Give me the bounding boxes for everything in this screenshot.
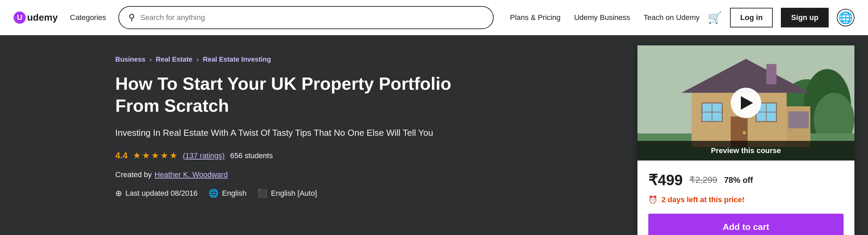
login-button[interactable]: Log in — [730, 8, 773, 27]
nav-links: Plans & Pricing Udemy Business Teach on … — [510, 13, 699, 22]
urgency-text: 2 days left at this price! — [662, 195, 745, 204]
logo-u-icon: U — [14, 12, 26, 24]
logo-text: udemy — [27, 12, 58, 23]
last-updated: ⊕ Last updated 08/2016 — [115, 189, 198, 198]
course-preview: Preview this course — [637, 45, 854, 161]
rating-row: 4.4 ★ ★ ★ ★ ★ (137 ratings) 656 students — [115, 150, 610, 161]
language-text: English — [222, 189, 246, 198]
last-updated-text: Last updated 08/2016 — [125, 189, 198, 198]
meta-row: ⊕ Last updated 08/2016 🌐 English ⬛ Engli… — [115, 189, 610, 198]
search-input[interactable] — [140, 13, 484, 22]
creator-link[interactable]: Heather K. Woodward — [155, 170, 228, 179]
course-title: How To Start Your UK Property Portfolio … — [115, 73, 488, 117]
star-1: ★ — [133, 150, 141, 161]
creator-row: Created by Heather K. Woodward — [115, 170, 610, 179]
globe-meta-icon: ⊕ — [115, 189, 122, 198]
stars: ★ ★ ★ ★ ★ — [133, 150, 177, 161]
add-to-cart-button[interactable]: Add to cart — [648, 214, 844, 235]
breadcrumb-real-estate-investing[interactable]: Real Estate Investing — [203, 56, 271, 63]
course-card: Preview this course ₹499 ₹2,299 78% off … — [637, 45, 854, 235]
svg-point-15 — [743, 131, 746, 134]
logo[interactable]: U udemy — [14, 12, 58, 24]
breadcrumb-business[interactable]: Business — [115, 56, 145, 63]
price-row: ₹499 ₹2,299 78% off — [648, 171, 844, 189]
discount-badge: 78% off — [724, 175, 753, 185]
urgency-row: ⏰ 2 days left at this price! — [648, 195, 844, 204]
breadcrumb: Business › Real Estate › Real Estate Inv… — [115, 56, 610, 63]
cart-icon[interactable]: 🛒 — [708, 11, 722, 24]
plans-pricing-link[interactable]: Plans & Pricing — [510, 13, 560, 22]
price-current: ₹499 — [648, 171, 683, 189]
card-body: ₹499 ₹2,299 78% off ⏰ 2 days left at thi… — [637, 161, 854, 235]
header: U udemy Categories ⚲ Plans & Pricing Ude… — [0, 0, 868, 35]
categories-button[interactable]: Categories — [66, 13, 110, 22]
udemy-business-link[interactable]: Udemy Business — [574, 13, 630, 22]
search-bar: ⚲ — [118, 6, 494, 29]
rating-count[interactable]: (137 ratings) — [183, 151, 225, 160]
creator-label: Created by — [115, 170, 152, 179]
teach-on-udemy-link[interactable]: Teach on Udemy — [644, 13, 699, 22]
breadcrumb-sep-2: › — [196, 56, 199, 63]
breadcrumb-sep-1: › — [150, 56, 152, 63]
rating-score: 4.4 — [115, 150, 127, 161]
star-3: ★ — [151, 150, 159, 161]
captions-icon: ⬛ — [257, 189, 268, 198]
star-half: ★ — [170, 150, 177, 161]
star-4: ★ — [160, 150, 168, 161]
course-subtitle: Investing In Real Estate With A Twist Of… — [115, 128, 488, 138]
search-icon: ⚲ — [129, 12, 135, 23]
alarm-icon: ⏰ — [648, 195, 657, 204]
students-count: 656 students — [230, 151, 273, 160]
price-original: ₹2,299 — [689, 175, 717, 185]
signup-button[interactable]: Sign up — [781, 8, 829, 27]
preview-label: Preview this course — [637, 141, 854, 161]
main-content: Business › Real Estate › Real Estate Inv… — [0, 35, 868, 235]
play-button[interactable] — [731, 88, 761, 118]
star-2: ★ — [142, 150, 150, 161]
course-info: Business › Real Estate › Real Estate Inv… — [0, 35, 637, 235]
language: 🌐 English — [209, 189, 246, 198]
captions: ⬛ English [Auto] — [257, 189, 317, 198]
captions-text: English [Auto] — [271, 189, 317, 198]
svg-rect-17 — [788, 111, 809, 128]
play-triangle-icon — [741, 96, 753, 110]
svg-rect-7 — [766, 64, 776, 84]
language-icon: 🌐 — [209, 189, 219, 198]
breadcrumb-real-estate[interactable]: Real Estate — [156, 56, 193, 63]
language-globe-icon[interactable]: 🌐 — [837, 9, 854, 26]
